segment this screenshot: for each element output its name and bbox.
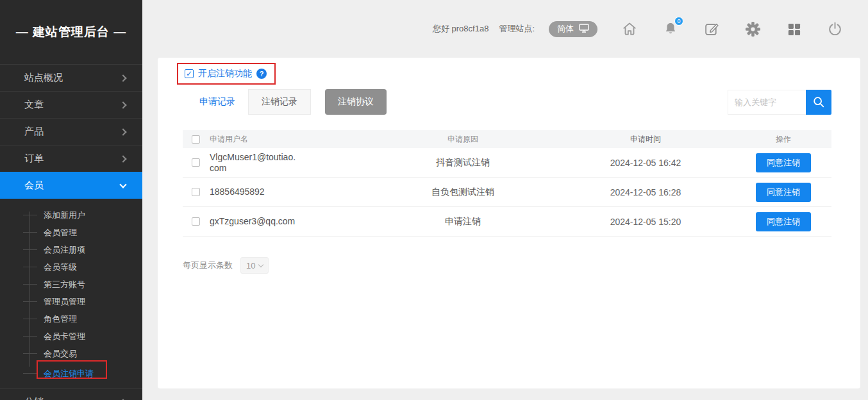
enable-cancellation-checkbox[interactable]: ✓: [185, 69, 194, 78]
header-username: 申请用户名: [210, 134, 370, 145]
row-checkbox[interactable]: [192, 158, 200, 167]
members-submenu: 添加新用户 会员管理 会员注册项 会员等级 第三方账号 管理员管理 角色管理: [0, 199, 142, 388]
help-icon[interactable]: ?: [256, 69, 267, 79]
sidebar-item-label: 会员: [24, 179, 44, 192]
chevron-right-icon: [119, 101, 126, 108]
header-reason: 申请原因: [370, 134, 556, 145]
cell-time: 2024-12-05 15:20: [556, 217, 735, 227]
search-input[interactable]: [728, 90, 806, 115]
grid-icon: [787, 22, 801, 37]
chevron-right-icon: [119, 155, 126, 162]
sidebar-item-label: 站点概况: [24, 72, 63, 84]
submenu-item-add-user[interactable]: 添加新用户: [0, 206, 142, 224]
sidebar-item-members[interactable]: 会员: [0, 172, 142, 199]
sidebar: — 建站管理后台 — 站点概况 文章 产品 订单 会员 添加新用户: [0, 0, 142, 400]
chevron-right-icon: [119, 74, 126, 81]
app-logo: — 建站管理后台 —: [0, 0, 142, 64]
apps-button[interactable]: [785, 20, 803, 38]
topbar: 您好 pro8cf1a8 管理站点: 简体 0: [142, 0, 868, 58]
compose-button[interactable]: [703, 20, 721, 38]
agree-cancellation-button[interactable]: 同意注销: [756, 212, 811, 231]
pagination: 每页显示条数 10: [183, 257, 831, 274]
cell-reason: 抖音测试注销: [370, 157, 556, 169]
chevron-down-icon: [258, 262, 263, 267]
sidebar-item-orders[interactable]: 订单: [0, 145, 142, 172]
row-checkbox[interactable]: [192, 188, 200, 196]
search-bar: [728, 90, 831, 115]
notifications-button[interactable]: 0: [662, 20, 680, 38]
submenu-item-member-management[interactable]: 会员管理: [0, 224, 142, 241]
cell-username: 18856495892: [210, 187, 265, 197]
sidebar-item-distribution[interactable]: 分销: [0, 388, 142, 400]
header-time: 申请时间: [556, 134, 735, 145]
table-row: VlgcMuser1@toutiao.com 抖音测试注销 2024-12-05…: [183, 148, 831, 178]
search-icon: [812, 96, 825, 108]
sidebar-item-site-overview[interactable]: 站点概况: [0, 64, 142, 91]
agree-cancellation-button[interactable]: 同意注销: [756, 183, 811, 202]
sidebar-item-label: 产品: [24, 126, 44, 138]
submenu-item-admin-management[interactable]: 管理员管理: [0, 293, 142, 310]
submenu-item-member-levels[interactable]: 会员等级: [0, 258, 142, 276]
requests-table: 申请用户名 申请原因 申请时间 操作 VlgcMuser1@toutiao.co…: [183, 130, 831, 237]
check-icon: ✓: [186, 70, 192, 78]
home-button[interactable]: [621, 20, 638, 38]
page-size-label: 每页显示条数: [183, 260, 233, 271]
content-card: ✓ 开启注销功能 ? 申请记录 注销记录 注销协议 申请用户名 申请原因 申请时…: [158, 58, 860, 388]
tab-application-records[interactable]: 申请记录: [187, 89, 248, 115]
cell-reason: 申请注销: [370, 216, 556, 228]
notification-badge: 0: [674, 17, 683, 26]
sidebar-item-label: 文章: [24, 99, 44, 111]
cell-username: gxTzguser3@qq.com: [210, 216, 295, 226]
cell-time: 2024-12-05 16:42: [556, 158, 735, 168]
tabs-row: 申请记录 注销记录 注销协议: [183, 89, 831, 115]
managed-site-label: 管理站点:: [499, 23, 535, 35]
power-icon: [827, 21, 843, 37]
table-row: gxTzguser3@qq.com 申请注销 2024-12-05 15:20 …: [183, 207, 831, 237]
chevron-down-icon: [119, 181, 126, 188]
header-action: 操作: [735, 134, 831, 145]
table-header-row: 申请用户名 申请原因 申请时间 操作: [183, 130, 831, 148]
cell-username: VlgcMuser1@toutiao.com: [210, 152, 297, 172]
edit-icon: [704, 21, 720, 37]
search-button[interactable]: [806, 90, 831, 115]
sidebar-item-articles[interactable]: 文章: [0, 91, 142, 118]
submenu-item-role-management[interactable]: 角色管理: [0, 310, 142, 328]
tab-cancellation-records[interactable]: 注销记录: [248, 89, 311, 115]
page-size-select[interactable]: 10: [240, 257, 269, 274]
language-preview-button[interactable]: 简体: [549, 21, 597, 37]
annotation-red-box-toggle: ✓ 开启注销功能 ?: [177, 63, 276, 85]
submenu-item-member-transactions[interactable]: 会员交易: [0, 345, 142, 362]
monitor-icon: [579, 24, 589, 35]
select-all-checkbox[interactable]: [192, 135, 200, 144]
agree-cancellation-button[interactable]: 同意注销: [756, 153, 811, 172]
chevron-right-icon: [119, 128, 126, 135]
submenu-item-registration-fields[interactable]: 会员注册项: [0, 241, 142, 258]
enable-cancellation-label[interactable]: 开启注销功能: [198, 68, 252, 79]
sidebar-item-label: 订单: [24, 153, 44, 165]
tab-cancellation-agreement[interactable]: 注销协议: [325, 89, 387, 115]
cell-reason: 自负包测试注销: [370, 187, 556, 198]
user-greeting: 您好 pro8cf1a8: [433, 23, 488, 35]
logout-button[interactable]: [826, 20, 844, 38]
sidebar-item-products[interactable]: 产品: [0, 118, 142, 145]
cell-time: 2024-12-05 16:28: [556, 187, 735, 197]
row-checkbox[interactable]: [192, 217, 200, 226]
sidebar-menu: 站点概况 文章 产品 订单 会员: [0, 64, 142, 199]
gear-icon: [745, 21, 761, 37]
submenu-item-third-party-accounts[interactable]: 第三方账号: [0, 276, 142, 293]
home-icon: [621, 21, 638, 37]
settings-button[interactable]: [744, 20, 762, 38]
submenu-item-member-cancellation-requests[interactable]: 会员注销申请: [0, 365, 142, 382]
submenu-item-member-cards[interactable]: 会员卡管理: [0, 328, 142, 345]
table-row: 18856495892 自负包测试注销 2024-12-05 16:28 同意注…: [183, 178, 831, 207]
